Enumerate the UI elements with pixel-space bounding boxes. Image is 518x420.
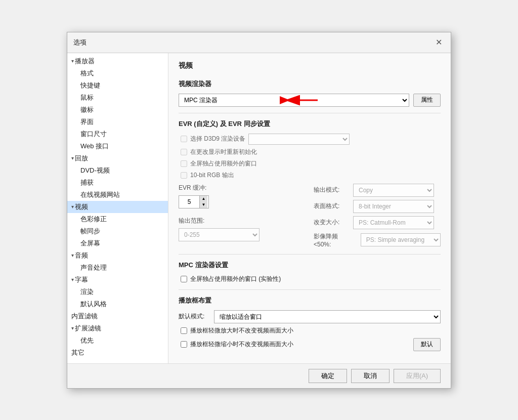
collapse-icon-player: ▾ [71,58,74,64]
evr-section: EVR (自定义) 及 EVR 同步设置 选择 D3D9 渲染设备 在更改显示时… [179,119,441,248]
group-player: ▾ 播放器 格式 快捷键 鼠标 徽标 界面 窗口尺寸 Web 接口 [67,55,168,152]
sidebar-item-capture[interactable]: 捕获 [75,177,168,189]
downscale-select[interactable]: PS: Simple averaging PS: Catmull-Rom [361,233,441,246]
evr-buffer-input[interactable] [179,198,199,205]
player-children: 格式 快捷键 鼠标 徽标 界面 窗口尺寸 Web 接口 [67,67,168,152]
sidebar-item-builtin-filter[interactable]: 内置滤镜 [67,310,168,322]
exclusive-window-label: 全屏独占使用额外的窗口 [190,159,257,168]
sidebar-label-audio: 音频 [75,251,88,260]
sidebar-item-audio[interactable]: ▾ 音频 [67,249,168,262]
rgb10bit-label: 10-bit RGB 输出 [190,171,234,180]
sidebar-item-web[interactable]: Web 接口 [75,140,168,152]
mpc-checkbox-row: 全屏独占使用额外的窗口 (实验性) [179,275,441,283]
sidebar-item-logo[interactable]: 徽标 [75,104,168,116]
enlarge-checkbox[interactable] [181,327,187,334]
renderer-section: 视频渲染器 MPC 渲染器 EVR 默认DirectShow [179,79,441,107]
video-children: 色彩修正 帧同步 全屏幕 [67,213,168,249]
collapse-icon-ext-filter: ▾ [71,325,74,331]
sidebar-item-mouse[interactable]: 鼠标 [75,92,168,104]
collapse-icon-video: ▾ [71,204,74,209]
mpc-exclusive-checkbox[interactable] [181,276,187,282]
sidebar-item-playback[interactable]: ▾ 回放 [67,152,168,164]
svg-marker-2 [280,96,290,104]
sidebar-item-color-correction[interactable]: 色彩修正 [75,213,168,225]
evr-checkbox-row-3: 全屏独占使用额外的窗口 [179,159,441,168]
resize-algo-row: 改变大小: PS: Catmull-Rom PS: Simple averagi… [314,216,441,229]
sidebar-item-player[interactable]: ▾ 播放器 [67,55,168,67]
sidebar-label-playback: 回放 [75,154,88,163]
page-title: 视频 [179,61,441,72]
divider-2 [179,254,441,255]
confirm-button[interactable]: 确定 [309,369,347,383]
surface-format-select[interactable]: 8-bit Integer 16-bit Float [353,200,434,213]
red-arrow-annotation [280,91,320,109]
sidebar-item-online-video[interactable]: 在线视频网站 [75,189,168,201]
sidebar-item-priority[interactable]: 优先 [75,334,168,347]
sidebar-item-format[interactable]: 格式 [75,67,168,79]
sidebar-item-sound-processing[interactable]: 声音处理 [75,262,168,274]
sidebar-item-window-size[interactable]: 窗口尺寸 [75,128,168,140]
sidebar-item-shortcut[interactable]: 快捷键 [75,79,168,92]
default-button[interactable]: 默认 [413,338,441,351]
sidebar-item-dvd[interactable]: DVD-视频 [75,164,168,177]
enlarge-label: 播放框轻微放大时不改变视频画面大小 [190,326,293,335]
resize-algo-select[interactable]: PS: Catmull-Rom PS: Simple averaging [353,216,434,229]
sidebar-item-other[interactable]: 其它 [67,347,168,359]
output-mode-select[interactable]: Copy Overlay Direct3D [353,184,434,197]
group-subtitle: ▾ 字幕 渲染 默认风格 [67,274,168,310]
properties-button[interactable]: 属性 [413,94,441,107]
close-button[interactable]: ✕ [433,36,445,49]
dialog-title: 选项 [73,38,87,47]
renderer-section-title: 视频渲染器 [179,79,441,89]
collapse-icon-playback: ▾ [71,155,74,161]
collapse-icon-audio: ▾ [71,253,74,258]
resize-algo-label: 改变大小: [314,218,349,227]
downscale-row: 影像降频 <50%: PS: Simple averaging PS: Catm… [314,232,441,248]
surface-format-row: 表面格式: 8-bit Integer 16-bit Float [314,200,441,213]
rgb10bit-checkbox[interactable] [181,172,187,179]
evr-section-title: EVR (自定义) 及 EVR 同步设置 [179,119,441,129]
output-range-select[interactable]: 0-255 16-235 [179,228,260,241]
exclusive-window-checkbox[interactable] [181,160,187,167]
shrink-checkbox[interactable] [181,341,187,348]
reinit-label: 在更改显示时重新初始化 [190,148,257,156]
downscale-label: 影像降频 <50%: [314,232,357,248]
evr-buffer-input-row: ▲ ▼ [179,195,306,208]
evr-right-col: 输出模式: Copy Overlay Direct3D 表面格式: 8-bit … [314,184,441,248]
evr-buffer-up[interactable]: ▲ [199,196,207,202]
evr-range-row: 输出范围: [179,217,306,225]
sidebar-item-render[interactable]: 渲染 [75,286,168,298]
group-audio: ▾ 音频 声音处理 [67,249,168,274]
output-mode-row: 输出模式: Copy Overlay Direct3D [314,184,441,197]
sidebar-item-default-style[interactable]: 默认风格 [75,298,168,310]
sidebar-item-frame-sync[interactable]: 帧同步 [75,225,168,237]
evr-buffer-label: EVR 缓冲: [179,184,214,192]
sidebar-label-ext-filter: 扩展滤镜 [75,324,101,333]
playback-section: 播放框布置 默认模式: 缩放以适合窗口 原始大小 拉伸填充 播放框轻微放大时不改… [179,296,441,351]
d3d9-checkbox[interactable] [181,136,187,142]
playback-children: DVD-视频 捕获 在线视频网站 [67,164,168,201]
divider-1 [179,113,441,113]
group-video: ▾ 视频 色彩修正 帧同步 全屏幕 [67,201,168,249]
mpc-section-title: MPC 渲染器设置 [179,261,441,270]
sidebar-item-subtitle[interactable]: ▾ 字幕 [67,274,168,286]
evr-checkbox-row-2: 在更改显示时重新初始化 [179,148,441,156]
renderer-row: MPC 渲染器 EVR 默认DirectShow [179,94,441,107]
group-builtin-filter: 内置滤镜 [67,310,168,322]
group-ext-filter: ▾ 扩展滤镜 优先 [67,322,168,347]
playback-mode-label: 默认模式: [179,312,209,321]
d3d9-device-select[interactable] [248,134,350,145]
sidebar: ▾ 播放器 格式 快捷键 鼠标 徽标 界面 窗口尺寸 Web 接口 ▾ 回放 [67,53,168,363]
sidebar-item-video[interactable]: ▾ 视频 [67,201,168,213]
cancel-button[interactable]: 取消 [351,369,390,383]
sidebar-item-interface[interactable]: 界面 [75,116,168,128]
evr-buffer-spinners: ▲ ▼ [199,196,207,208]
sidebar-item-ext-filter[interactable]: ▾ 扩展滤镜 [67,322,168,334]
reinit-checkbox[interactable] [181,149,187,155]
evr-buffer-down[interactable]: ▼ [199,202,207,208]
sidebar-label-builtin-filter: 内置滤镜 [71,312,98,321]
apply-button[interactable]: 应用(A) [394,369,441,383]
dialog-body: ▾ 播放器 格式 快捷键 鼠标 徽标 界面 窗口尺寸 Web 接口 ▾ 回放 [67,53,451,363]
playback-mode-select[interactable]: 缩放以适合窗口 原始大小 拉伸填充 [214,310,441,323]
sidebar-item-fullscreen[interactable]: 全屏幕 [75,237,168,249]
